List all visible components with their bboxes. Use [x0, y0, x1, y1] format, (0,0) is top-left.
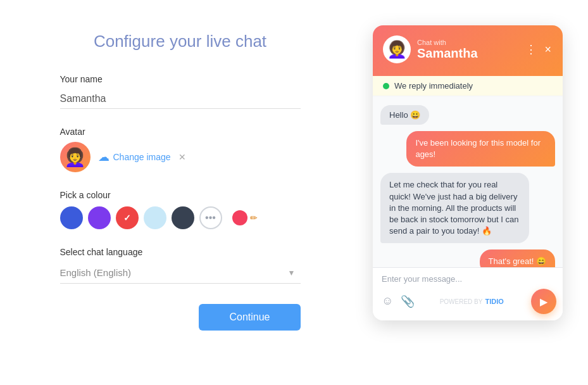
avatar-field-group: Avatar 👩‍🦱 ☁ Change image ✕	[60, 127, 301, 172]
chat-preview: 👩‍🦱 Chat with Samantha ⋮ × We reply imme…	[373, 25, 563, 320]
chat-header-actions: ⋮ ×	[524, 41, 553, 58]
powered-by: POWERED BY TIDIO	[440, 298, 504, 305]
colour-section: Pick a colour ••• ✏	[60, 190, 301, 229]
select-wrapper: English (English) ▼	[60, 262, 301, 284]
page-title: Configure your live chat	[94, 32, 266, 51]
attach-icon[interactable]: 📎	[401, 294, 415, 308]
message-incoming-1: Let me check that for you real quick! We…	[380, 173, 529, 243]
chat-agent-name: Samantha	[417, 46, 518, 61]
main-container: Configure your live chat Your name Avata…	[0, 0, 588, 385]
send-button[interactable]: ▶	[531, 289, 556, 314]
chat-input-footer: ☺ 📎 POWERED BY TIDIO ▶	[382, 289, 554, 314]
emoji-icon[interactable]: ☺	[382, 294, 393, 308]
pen-icon: ✏	[250, 213, 258, 223]
form-section: Your name Avatar 👩‍🦱 ☁ Change image ✕	[60, 74, 301, 331]
chat-input-placeholder: Enter your message...	[382, 274, 554, 284]
name-input[interactable]	[60, 89, 301, 109]
chat-input-area: Enter your message... ☺ 📎 POWERED BY TID…	[373, 267, 563, 320]
message-outgoing-1: I've been looking for this model for age…	[406, 131, 555, 167]
colour-more-button[interactable]: •••	[199, 206, 222, 229]
chat-close-button[interactable]: ×	[543, 42, 553, 58]
chat-more-button[interactable]: ⋮	[524, 41, 538, 58]
chat-with-label: Chat with	[417, 39, 518, 46]
tidio-logo: TIDIO	[485, 298, 503, 305]
send-icon: ▶	[540, 296, 547, 308]
status-text: We reply immediately	[394, 81, 473, 91]
colour-custom: ✏	[232, 210, 258, 225]
language-section: Select chat language English (English) ▼	[60, 247, 301, 284]
change-image-label: Change image	[113, 152, 171, 162]
colour-row: ••• ✏	[60, 206, 301, 229]
powered-by-label: POWERED BY	[440, 298, 483, 305]
chat-avatar: 👩‍🦱	[383, 35, 411, 63]
left-panel: Configure your live chat Your name Avata…	[25, 19, 335, 331]
chat-header: 👩‍🦱 Chat with Samantha ⋮ ×	[373, 25, 563, 76]
chat-avatar-emoji: 👩‍🦱	[387, 40, 407, 60]
chat-header-info: Chat with Samantha	[417, 39, 518, 61]
language-select[interactable]: English (English)	[60, 262, 301, 284]
language-label: Select chat language	[60, 247, 301, 257]
colour-label: Pick a colour	[60, 190, 301, 200]
chat-messages-wrapper: Hello 😀 I've been looking for this model…	[373, 96, 563, 267]
colour-purple-button[interactable]	[88, 206, 111, 229]
continue-button[interactable]: Continue	[199, 304, 300, 331]
chat-input-icons: ☺ 📎	[382, 294, 415, 308]
name-label: Your name	[60, 74, 301, 84]
chat-messages: Hello 😀 I've been looking for this model…	[373, 96, 563, 267]
chat-status-bar: We reply immediately	[373, 76, 563, 96]
cloud-icon: ☁	[98, 150, 109, 164]
colour-blue-button[interactable]	[60, 206, 83, 229]
change-image-button[interactable]: ☁ Change image	[98, 150, 171, 164]
status-dot	[383, 83, 389, 89]
colour-light-button[interactable]	[144, 206, 166, 229]
colour-swatch	[232, 210, 247, 225]
colour-dark-button[interactable]	[172, 206, 194, 229]
remove-avatar-button[interactable]: ✕	[178, 152, 186, 162]
avatar-label: Avatar	[60, 127, 301, 137]
message-hello: Hello 😀	[380, 105, 429, 125]
avatar: 👩‍🦱	[60, 142, 91, 172]
colour-red-button[interactable]	[116, 206, 139, 229]
avatar-emoji: 👩‍🦱	[64, 147, 86, 168]
message-outgoing-2: That's great! 😄	[480, 249, 555, 267]
avatar-row: 👩‍🦱 ☁ Change image ✕	[60, 142, 301, 172]
name-field-group: Your name	[60, 74, 301, 109]
